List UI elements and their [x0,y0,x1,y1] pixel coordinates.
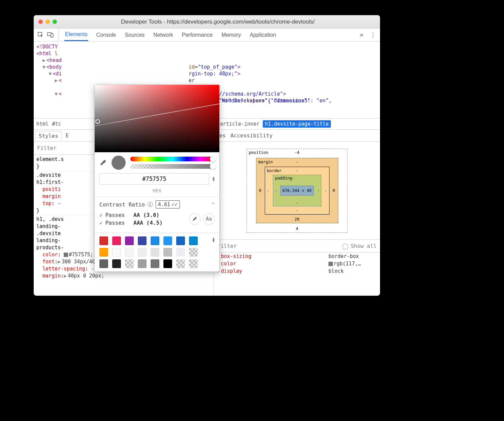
color-swatch-icon [328,262,333,266]
checkbox-icon [343,244,348,249]
palette-swatch[interactable] [99,248,108,257]
slider-handle[interactable] [210,163,216,169]
format-label: HEX [95,188,219,197]
palette-swatch[interactable] [125,236,134,245]
tab-console[interactable]: Console [96,29,117,41]
color-picker-popup: ▲▼ HEX Contrast Ratio i 4.61✓✓ ⌃ ✓Passes… [94,85,220,272]
eyedropper-icon[interactable] [99,159,107,166]
svg-rect-2 [51,34,53,37]
tab-application[interactable]: Application [249,29,277,41]
filter-label[interactable]: Filter [37,145,57,151]
right-subtabs: ies Accessibility [214,130,380,142]
contrast-curve [83,101,231,128]
palette-swatch[interactable] [176,236,185,245]
bg-eyedropper-icon[interactable] [189,213,200,225]
computed-panel: ies Accessibility position -4 4 margin -… [214,130,380,296]
kebab-menu-icon[interactable]: ⋮ [367,31,376,39]
palette-swatch[interactable] [163,236,172,245]
subtab-accessibility[interactable]: Accessibility [230,132,273,139]
contrast-section: Contrast Ratio i 4.61✓✓ ⌃ ✓Passes AA (3.… [95,197,219,233]
palette-swatch[interactable] [163,248,172,257]
tab-memory[interactable]: Memory [221,29,242,41]
chevron-up-icon[interactable]: ⌃ [211,201,215,208]
palette-swatch[interactable] [138,236,147,245]
checkmark-icon: ✓ [99,212,103,218]
tab-network[interactable]: Network [153,29,174,41]
device-toolbar-icon[interactable] [47,32,54,38]
main-toolbar: Elements Console Sources Network Perform… [34,29,380,41]
palette-swatch[interactable] [112,236,121,245]
palette-swatch[interactable] [163,259,172,268]
palette-swatch[interactable] [151,259,159,268]
show-all-toggle[interactable]: Show all [343,243,377,249]
info-icon[interactable]: i [148,202,153,207]
alpha-slider[interactable] [130,164,215,169]
computed-row[interactable]: ▶displayblock [214,267,380,275]
format-stepper-icon[interactable]: ▲▼ [213,176,215,182]
close-window-button[interactable] [38,20,43,24]
box-content-size: 676.344 × 40 [282,188,312,193]
subtab-styles[interactable]: Styles [35,131,62,141]
palette-swatch[interactable] [125,248,134,257]
palette-swatch[interactable] [99,236,108,245]
computed-filter-label[interactable]: Filter [217,243,237,249]
inspect-element-icon[interactable] [38,32,44,38]
palette-swatches: ▲▼ [95,233,219,271]
text-sample-icon[interactable]: Aa [203,213,215,225]
spectrum-handle[interactable] [95,119,100,124]
current-color-preview [112,156,126,170]
window-controls [38,20,57,24]
panel-tabs: Elements Console Sources Network Perform… [59,29,356,41]
palette-stepper-icon[interactable]: ▲▼ [213,237,215,242]
tab-sources[interactable]: Sources [124,29,145,41]
zoom-window-button[interactable] [53,20,57,24]
box-model[interactable]: position -4 4 margin - 20 0 0 border - [214,142,380,239]
more-tabs-icon[interactable]: » [356,31,367,38]
palette-swatch[interactable] [112,259,121,268]
palette-swatch[interactable] [189,248,198,257]
crumb-item[interactable]: html [36,121,49,127]
palette-swatch[interactable] [151,236,159,245]
palette-swatch[interactable] [189,259,198,268]
color-spectrum[interactable] [95,85,219,152]
palette-swatch[interactable] [189,236,198,245]
palette-swatch[interactable] [125,259,134,268]
tab-elements[interactable]: Elements [64,29,88,41]
palette-swatch[interactable] [176,259,185,268]
slider-handle[interactable] [210,156,216,162]
palette-swatch[interactable] [112,248,121,257]
hue-slider[interactable] [130,157,215,161]
palette-swatch[interactable] [151,248,159,257]
crumb-item[interactable]: #tc [52,121,61,127]
computed-row[interactable]: ▶colorrgb(117,… [214,260,380,267]
contrast-label: Contrast Ratio [99,201,145,208]
palette-swatch[interactable] [138,248,147,257]
crumb-item-selected[interactable]: h1.devsite-page-title [263,120,331,128]
subtab-partial[interactable]: E [62,131,73,140]
palette-swatch[interactable] [138,259,147,268]
titlebar: Developer Tools - https://developers.goo… [34,15,380,29]
tab-performance[interactable]: Performance [181,29,214,41]
content-area: <!DOCTY <html l ▶<head ▼<bodyid="top_of_… [34,41,380,296]
checkmark-icon: ✓ [99,220,103,226]
computed-styles: Filter Show all ▶box-sizingborder-box ▶c… [214,239,380,296]
palette-swatch[interactable] [176,248,185,257]
hex-input[interactable] [99,173,209,185]
contrast-ratio-badge: 4.61✓✓ [156,200,180,208]
computed-row[interactable]: ▶box-sizingborder-box [214,253,380,260]
color-swatch-icon[interactable] [64,253,68,257]
devtools-window: Developer Tools - https://developers.goo… [34,15,380,296]
minimize-window-button[interactable] [45,20,50,24]
palette-swatch[interactable] [99,259,108,268]
window-title: Developer Tools - https://developers.goo… [60,19,375,25]
